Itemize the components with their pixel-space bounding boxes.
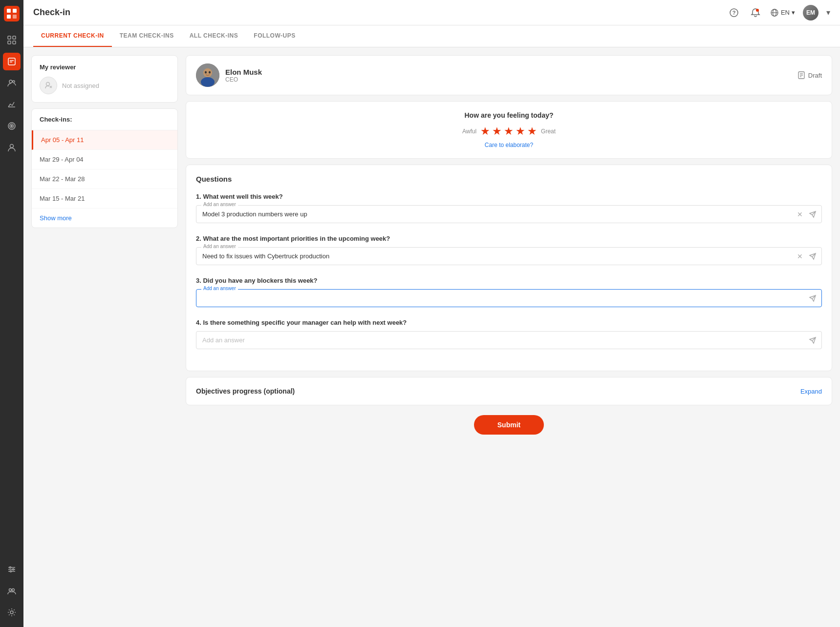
language-selector[interactable]: EN ▾ xyxy=(770,8,795,17)
star-3[interactable]: ★ xyxy=(504,125,514,138)
question-block-1: 1. What went well this week? Add an answ… xyxy=(196,193,822,223)
sidebar xyxy=(0,0,23,627)
answer-field-4 xyxy=(196,331,822,349)
svg-rect-1 xyxy=(7,9,11,13)
svg-point-27 xyxy=(10,611,13,614)
send-icon-4[interactable] xyxy=(808,335,818,345)
reviewer-name: Not assigned xyxy=(62,82,99,89)
tab-current-checkin[interactable]: CURRENT CHECK-IN xyxy=(33,25,112,47)
mood-stars[interactable]: ★ ★ ★ ★ ★ xyxy=(480,125,537,138)
star-5[interactable]: ★ xyxy=(527,125,537,138)
objectives-card: Objectives progress (optional) Expand xyxy=(186,377,832,405)
team-mgmt-icon[interactable] xyxy=(3,582,21,600)
left-panel: My reviewer Not assigned Check-ins: xyxy=(31,55,178,619)
chart-icon[interactable] xyxy=(3,96,21,113)
clear-icon-1[interactable]: ✕ xyxy=(795,209,805,219)
user-avatar[interactable]: EM xyxy=(803,5,818,21)
svg-text:?: ? xyxy=(732,10,736,16)
svg-rect-8 xyxy=(13,41,16,44)
svg-point-12 xyxy=(9,80,12,83)
draft-status: Draft xyxy=(797,71,822,79)
lang-chevron: ▾ xyxy=(792,9,795,16)
show-more-button[interactable]: Show more xyxy=(32,209,177,228)
mood-question: How are you feeling today? xyxy=(196,111,822,119)
objectives-title: Objectives progress (optional) xyxy=(196,387,295,395)
answer-input-3[interactable] xyxy=(196,290,821,307)
tab-all-checkins[interactable]: ALL CHECK-INS xyxy=(182,25,246,47)
question-text-3: 3. Did you have any blockers this week? xyxy=(196,277,822,284)
checkin-item-1[interactable]: Mar 29 - Apr 04 xyxy=(32,150,177,169)
answer-input-1[interactable] xyxy=(196,206,821,223)
checkins-section-title: Check-ins: xyxy=(32,109,177,130)
mood-card: How are you feeling today? Awful ★ ★ ★ ★… xyxy=(186,101,832,159)
checkin-icon[interactable] xyxy=(3,53,21,70)
tab-team-checkins[interactable]: TEAM CHECK-INS xyxy=(112,25,182,47)
svg-point-13 xyxy=(13,81,15,83)
target-icon[interactable] xyxy=(3,117,21,135)
grid-icon[interactable] xyxy=(3,31,21,49)
submit-bar: Submit xyxy=(186,411,832,442)
tabs-bar: CURRENT CHECK-IN TEAM CHECK-INS ALL CHEC… xyxy=(23,25,840,47)
svg-rect-4 xyxy=(13,15,17,19)
svg-point-24 xyxy=(10,571,12,572)
question-block-3: 3. Did you have any blockers this week? … xyxy=(196,277,822,307)
help-icon[interactable]: ? xyxy=(727,6,741,20)
person-icon[interactable] xyxy=(3,139,21,156)
answer-input-4[interactable] xyxy=(196,332,821,349)
answer-input-2[interactable] xyxy=(196,248,821,265)
mood-label-great: Great xyxy=(541,128,556,135)
answer-field-3: Add an answer xyxy=(196,289,822,307)
mood-label-awful: Awful xyxy=(462,128,476,135)
send-icon-3[interactable] xyxy=(808,293,818,303)
star-2[interactable]: ★ xyxy=(492,125,502,138)
reviewer-avatar xyxy=(40,77,57,94)
answer-label-2: Add an answer xyxy=(201,244,238,249)
submit-button[interactable]: Submit xyxy=(474,415,544,435)
answer-field-2: Add an answer ✕ xyxy=(196,247,822,265)
tab-followups[interactable]: FOLLOW-UPS xyxy=(246,25,303,47)
page-title: Check-in xyxy=(33,7,727,18)
question-block-2: 2. What are the most important prioritie… xyxy=(196,235,822,265)
svg-rect-2 xyxy=(13,9,17,13)
checkin-item-0[interactable]: Apr 05 - Apr 11 xyxy=(32,130,177,150)
svg-point-25 xyxy=(9,589,12,591)
send-icon-1[interactable] xyxy=(808,209,818,219)
svg-point-39 xyxy=(201,77,215,87)
answer-label-1: Add an answer xyxy=(201,202,238,207)
clear-icon-2[interactable]: ✕ xyxy=(795,251,805,261)
app-logo[interactable] xyxy=(4,6,20,21)
expand-button[interactable]: Expand xyxy=(800,388,822,395)
mood-rating-row: Awful ★ ★ ★ ★ ★ Great xyxy=(196,125,822,138)
svg-point-40 xyxy=(203,68,212,77)
questions-card: Questions 1. What went well this week? A… xyxy=(186,165,832,371)
svg-rect-3 xyxy=(7,15,11,19)
people-review-icon[interactable] xyxy=(3,74,21,92)
checkin-item-2[interactable]: Mar 22 - Mar 28 xyxy=(32,169,177,189)
star-4[interactable]: ★ xyxy=(516,125,525,138)
svg-point-18 xyxy=(10,145,14,148)
filter-sliders-icon[interactable] xyxy=(3,561,21,578)
profile-avatar xyxy=(196,63,219,87)
elaborate-link[interactable]: Care to elaborate? xyxy=(196,142,822,148)
svg-point-17 xyxy=(11,125,13,127)
notification-bell-icon[interactable] xyxy=(749,6,762,20)
svg-point-23 xyxy=(13,569,14,570)
right-panel: Elon Musk CEO Draft How are you feeling … xyxy=(186,55,832,619)
svg-point-42 xyxy=(209,71,211,74)
reviewer-info: Not assigned xyxy=(40,77,170,94)
svg-point-30 xyxy=(756,9,759,12)
profile-role: CEO xyxy=(225,76,792,83)
user-chevron[interactable]: ▾ xyxy=(826,8,830,17)
send-icon-2[interactable] xyxy=(808,251,818,261)
profile-card: Elon Musk CEO Draft xyxy=(186,55,832,95)
svg-rect-5 xyxy=(8,36,11,39)
topbar: Check-in ? xyxy=(23,0,840,25)
star-1[interactable]: ★ xyxy=(480,125,490,138)
svg-point-22 xyxy=(10,567,11,568)
checkin-item-3[interactable]: Mar 15 - Mar 21 xyxy=(32,189,177,209)
svg-rect-7 xyxy=(8,41,11,44)
settings-icon[interactable] xyxy=(3,604,21,621)
profile-name: Elon Musk xyxy=(225,68,792,76)
svg-point-34 xyxy=(46,83,50,86)
answer-label-3: Add an answer xyxy=(201,286,238,291)
